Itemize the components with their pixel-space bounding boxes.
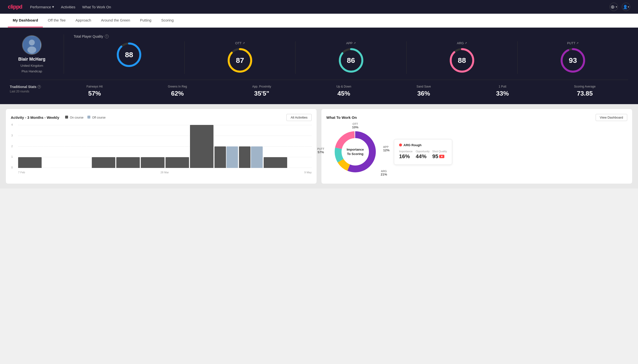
arrow-icon: ↗	[576, 42, 578, 45]
shot-quality-value: 95 ▼	[432, 153, 447, 160]
arg-rough-card: ARG Rough Importance 16% Opportunity 44%…	[394, 139, 452, 165]
hero-top: Blair McHarg United Kingdom Plus Handica…	[10, 34, 628, 74]
stat-up-and-down: Up & Down 45%	[336, 85, 351, 97]
bar-on-course-10	[264, 157, 287, 168]
donut-with-labels: OTT 10% APP 12% ARG 21% PUTT	[328, 125, 382, 179]
stats-title: Traditional Stats ?	[10, 85, 49, 89]
score-value-ott: 87	[236, 56, 244, 64]
user-icon: 👤	[623, 5, 628, 9]
add-button[interactable]: ⊕ ▾	[610, 3, 618, 11]
stat-1-putt: 1 Putt 33%	[496, 85, 509, 97]
hero-section: Blair McHarg United Kingdom Plus Handica…	[0, 28, 638, 104]
svg-text:Importance: Importance	[347, 148, 364, 151]
donut-label-arg: ARG 21%	[381, 170, 387, 176]
metric-opportunity: Opportunity 44%	[416, 150, 431, 160]
metric-shot-quality: Shot Quality 95 ▼	[432, 150, 447, 160]
wtwo-panel-header: What To Work On View Dashboard	[326, 114, 627, 121]
score-value-arg: 88	[458, 56, 466, 64]
vertical-divider	[64, 34, 64, 74]
help-icon[interactable]: ?	[105, 34, 109, 38]
scores-section: Total Player Quality ? 88	[74, 34, 628, 74]
x-labels: 7 Feb 28 Mar 9 May	[18, 171, 312, 174]
user-avatar-button[interactable]: 👤 ▾	[622, 3, 630, 11]
bar-group-3	[92, 157, 115, 168]
bar-group-4	[116, 157, 140, 168]
svg-point-1	[29, 40, 35, 46]
score-value-putt: 93	[569, 56, 577, 64]
score-ott: OTT ↗ 87	[185, 41, 296, 74]
svg-point-2	[28, 46, 36, 53]
stat-app-proximity: App. Proximity 35'5"	[252, 85, 271, 97]
stat-fairways-hit: Fairways Hit 57%	[86, 85, 103, 97]
player-avatar	[22, 35, 42, 55]
bar-group-5	[141, 157, 164, 168]
off-course-dot	[87, 116, 90, 118]
score-putt: PUTT ↗ 93	[518, 41, 628, 74]
score-total: 88	[74, 41, 185, 74]
metric-importance: Importance 16%	[399, 150, 414, 160]
donut-section: OTT 10% APP 12% ARG 21% PUTT	[326, 125, 627, 179]
nav-performance[interactable]: Performance ▾	[30, 5, 54, 9]
chevron-down-icon: ▾	[628, 6, 629, 8]
player-info: Blair McHarg United Kingdom Plus Handica…	[10, 35, 54, 73]
score-value-app: 86	[347, 56, 355, 64]
ring-arg: 88	[449, 47, 476, 74]
bar-group-7	[190, 125, 214, 168]
plus-icon: ⊕	[610, 4, 615, 10]
opportunity-value: 44%	[416, 153, 431, 160]
what-to-work-on-panel: What To Work On View Dashboard OTT 10% A…	[321, 109, 632, 184]
bar-on-course-6	[165, 157, 189, 168]
bar-on-course-8	[215, 146, 226, 168]
down-badge: ▼	[439, 155, 444, 158]
player-name: Blair McHarg	[18, 57, 45, 62]
top-navigation: clippd Performance ▾ Activities What To …	[0, 0, 638, 14]
tab-scoring[interactable]: Scoring	[156, 14, 178, 28]
bar-group-10	[264, 157, 287, 168]
activity-panel-title: Activity - 3 Months - Weekly	[11, 116, 59, 120]
nav-what-to-work-on[interactable]: What To Work On	[82, 5, 111, 9]
stats-subtitle: Last 20 rounds	[10, 90, 49, 93]
stat-sand-save: Sand Save 36%	[416, 85, 431, 97]
ring-app: 86	[338, 47, 364, 74]
arrow-icon: ↗	[465, 42, 467, 45]
score-label-arg: ARG ↗	[457, 41, 467, 45]
legend-on-course: On course	[65, 116, 84, 119]
score-label-app: APP ↗	[346, 41, 356, 45]
traditional-stats-row: Traditional Stats ? Last 20 rounds Fairw…	[10, 80, 628, 97]
arrow-icon: ↗	[353, 42, 356, 45]
score-arg: ARG ↗ 88	[407, 41, 518, 74]
bar-on-course-3	[92, 157, 115, 168]
bar-on-course-4	[116, 157, 140, 168]
stats-items: Fairways Hit 57% Greens In Reg 62% App. …	[54, 85, 628, 97]
tab-off-the-tee[interactable]: Off the Tee	[43, 14, 71, 28]
legend-off-course: Off course	[87, 116, 106, 119]
donut-chart-container: OTT 10% APP 12% ARG 21% PUTT	[328, 125, 382, 179]
tab-approach[interactable]: Approach	[71, 14, 96, 28]
stats-help-icon[interactable]: ?	[38, 85, 41, 88]
tab-putting[interactable]: Putting	[135, 14, 156, 28]
score-app: APP ↗ 86	[296, 41, 406, 74]
view-dashboard-button[interactable]: View Dashboard	[596, 114, 627, 121]
on-course-dot	[65, 116, 68, 118]
tab-around-the-green[interactable]: Around the Green	[96, 14, 135, 28]
info-metrics: Importance 16% Opportunity 44% Shot Qual…	[399, 150, 447, 160]
ring-ott: 87	[227, 47, 253, 74]
wtwo-panel-title: What To Work On	[326, 116, 357, 120]
nav-activities[interactable]: Activities	[61, 5, 75, 9]
tab-my-dashboard[interactable]: My Dashboard	[8, 14, 43, 28]
bar-on-course-7	[190, 125, 214, 168]
bar-group-0	[18, 157, 42, 168]
player-handicap: Plus Handicap	[22, 70, 42, 73]
tpq-label: Total Player Quality ?	[74, 34, 628, 38]
arrow-icon: ↗	[243, 42, 245, 45]
all-activities-button[interactable]: All Activities	[286, 114, 312, 121]
activity-panel-header: Activity - 3 Months - Weekly On course O…	[11, 114, 312, 121]
score-label-putt: PUTT ↗	[567, 41, 578, 45]
chevron-down-icon: ▾	[52, 5, 54, 9]
bars-container	[18, 125, 312, 168]
player-country: United Kingdom	[21, 64, 43, 68]
bar-off-course-8	[227, 146, 238, 168]
nav-links: Performance ▾ Activities What To Work On	[30, 5, 111, 9]
info-dot	[399, 144, 402, 146]
bar-group-9	[239, 146, 263, 168]
